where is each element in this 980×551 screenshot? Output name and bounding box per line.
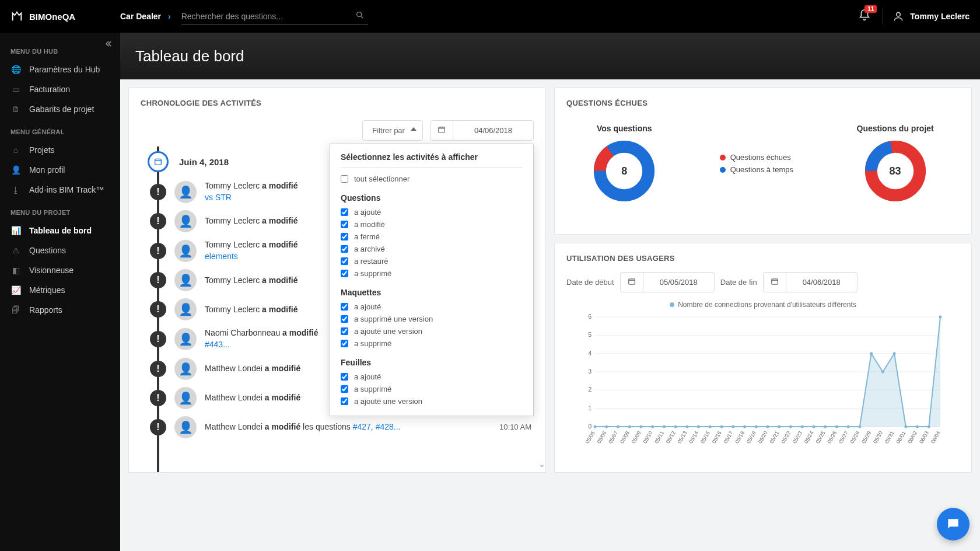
- overdue-card-title: QUESTIONS ÉCHUES: [555, 88, 971, 114]
- filter-checkbox[interactable]: a supprimé: [341, 337, 523, 350]
- report-icon: 🗐: [10, 305, 21, 315]
- svg-text:5: 5: [588, 332, 592, 338]
- nav-issues[interactable]: ⚠Questions: [0, 240, 120, 260]
- filter-checkbox[interactable]: a ajouté une version: [341, 325, 523, 337]
- filter-popover: Sélectionnez les activités à afficher to…: [330, 144, 534, 416]
- nav-viewer[interactable]: ◧Visionneuse: [0, 260, 120, 280]
- svg-point-33: [697, 425, 700, 428]
- user-icon: 👤: [10, 165, 21, 175]
- nav-metrics[interactable]: 📈Métriques: [0, 280, 120, 300]
- svg-point-53: [928, 425, 930, 428]
- svg-rect-8: [628, 278, 635, 284]
- filter-checkbox[interactable]: a ajouté: [341, 301, 523, 313]
- usage-chart-legend: Nombre de connections provenant d'utilis…: [561, 301, 965, 309]
- scroll-down-icon[interactable]: ⌄: [538, 459, 545, 469]
- filter-checkbox[interactable]: a modifié: [341, 218, 523, 231]
- project-questions-donut: Questions du projet 83: [857, 124, 934, 203]
- svg-point-49: [881, 370, 884, 373]
- usage-card-title: UTILISATION DES USAGERS: [555, 243, 971, 270]
- nav-addins[interactable]: ⭳Add-ins BIM Track™: [0, 180, 120, 200]
- filter-checkbox[interactable]: a ajouté une version: [341, 395, 523, 407]
- svg-text:05/17: 05/17: [723, 430, 734, 445]
- chat-fab-button[interactable]: [937, 508, 970, 540]
- project-breadcrumb[interactable]: Car Dealer ›: [120, 12, 171, 21]
- filter-checkbox[interactable]: a supprimé: [341, 267, 523, 280]
- svg-text:05/12: 05/12: [665, 430, 677, 445]
- search-icon[interactable]: [355, 11, 365, 22]
- search-box[interactable]: [181, 8, 368, 25]
- alert-icon: ⚠: [10, 246, 21, 255]
- svg-point-45: [835, 425, 838, 428]
- legend-dot-ontime: [720, 167, 726, 173]
- legend-dot-icon: [670, 302, 674, 307]
- timeline-time: 10:10 AM: [499, 423, 531, 431]
- end-date-input[interactable]: 04/06/2018: [763, 272, 858, 292]
- usage-line-chart: 012345605/0505/0605/0705/0805/0905/1005/…: [561, 313, 965, 448]
- svg-point-38: [755, 425, 758, 428]
- filter-checkbox[interactable]: a restauré: [341, 255, 523, 267]
- svg-point-0: [356, 12, 361, 16]
- svg-rect-2: [439, 127, 445, 132]
- avatar: 👤: [174, 387, 197, 409]
- svg-text:05/16: 05/16: [711, 430, 723, 445]
- nav-section-hub: MENU DU HUB: [0, 39, 120, 60]
- svg-text:05/09: 05/09: [631, 430, 642, 445]
- nav-reports[interactable]: 🗐Rapports: [0, 300, 120, 320]
- filter-group-title: Questions: [341, 193, 523, 203]
- svg-text:05/20: 05/20: [757, 430, 769, 445]
- collapse-sidebar-icon[interactable]: [104, 40, 112, 50]
- avatar: 👤: [174, 269, 197, 291]
- svg-text:05/31: 05/31: [884, 430, 895, 445]
- svg-point-44: [824, 425, 827, 428]
- start-date-label: Date de début: [566, 278, 614, 287]
- timeline-date-input[interactable]: 04/06/2018: [430, 120, 534, 141]
- nav-projects[interactable]: ⌂Projets: [0, 140, 120, 160]
- notifications-button[interactable]: 11: [858, 9, 871, 24]
- select-all-checkbox[interactable]: tout sélectionner: [341, 173, 523, 185]
- svg-point-32: [685, 425, 688, 428]
- avatar: 👤: [174, 181, 197, 203]
- svg-point-41: [789, 425, 792, 428]
- timeline-card: CHRONOLOGIE DES ACTIVITÉS Filtrer par 04…: [128, 88, 546, 473]
- nav-dashboard[interactable]: 📊Tableau de bord: [0, 221, 120, 240]
- svg-text:05/10: 05/10: [642, 430, 653, 445]
- search-input[interactable]: [181, 12, 368, 21]
- filter-checkbox[interactable]: a supprimé: [341, 383, 523, 395]
- nav-profile[interactable]: 👤Mon profil: [0, 160, 120, 180]
- svg-text:2: 2: [588, 386, 592, 393]
- nav-billing[interactable]: ▭Facturation: [0, 79, 120, 99]
- alert-node-icon: !: [150, 213, 166, 229]
- filter-checkbox[interactable]: a ajouté: [341, 206, 523, 218]
- svg-text:05/28: 05/28: [849, 430, 861, 445]
- notif-badge: 11: [864, 5, 877, 13]
- file-icon: 🗎: [10, 104, 21, 114]
- start-date-input[interactable]: 05/05/2018: [620, 272, 715, 292]
- avatar: 👤: [174, 328, 197, 350]
- nav-hub-settings[interactable]: 🌐Paramètres du Hub: [0, 60, 120, 79]
- alert-node-icon: !: [150, 301, 166, 318]
- svg-text:05/06: 05/06: [596, 430, 608, 445]
- filter-checkbox[interactable]: a fermé: [341, 231, 523, 243]
- filter-checkbox[interactable]: a supprimé une version: [341, 313, 523, 325]
- alert-node-icon: !: [150, 272, 166, 288]
- timeline-item[interactable]: ! 👤 Matthew Londei a modifié les questio…: [141, 413, 534, 442]
- brand-logo[interactable]: BIMOneQA: [10, 10, 120, 23]
- filter-group-title: Maquettes: [341, 288, 523, 297]
- alert-node-icon: !: [150, 419, 166, 435]
- filter-checkbox[interactable]: a ajouté: [341, 371, 523, 383]
- caret-up-icon: [411, 127, 416, 131]
- legend-dot-overdue: [720, 155, 726, 161]
- svg-text:4: 4: [588, 350, 592, 356]
- filter-button[interactable]: Filtrer par: [362, 120, 423, 141]
- svg-point-24: [594, 425, 597, 428]
- svg-text:05/15: 05/15: [699, 430, 711, 445]
- donut-legend: Questions échues Questions à temps: [720, 153, 793, 174]
- nav-templates[interactable]: 🗎Gabarits de projet: [0, 99, 120, 119]
- svg-text:05/29: 05/29: [860, 430, 872, 445]
- svg-point-1: [897, 12, 901, 16]
- page-banner: Tableau de bord: [120, 33, 980, 79]
- user-menu[interactable]: Tommy Leclerc: [892, 11, 970, 22]
- filter-checkbox[interactable]: a archivé: [341, 243, 523, 255]
- svg-point-28: [639, 425, 642, 428]
- svg-text:06/03: 06/03: [918, 430, 930, 445]
